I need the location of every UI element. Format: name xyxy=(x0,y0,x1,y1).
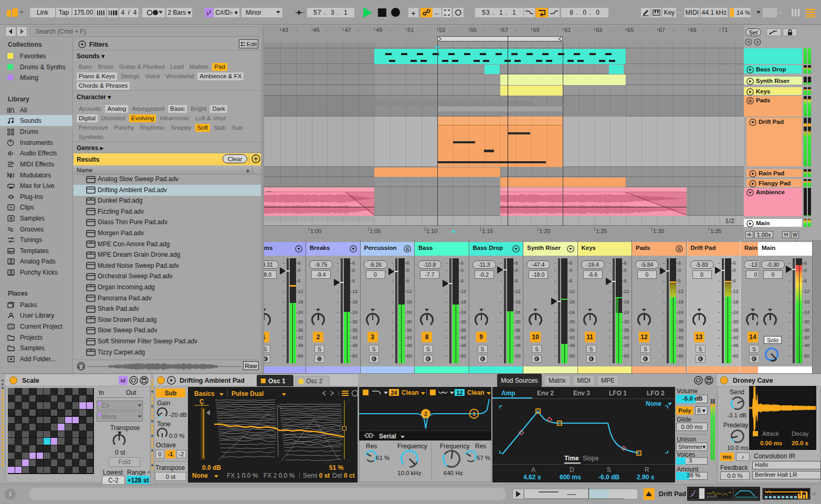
svg-text:20.0 s: 20.0 s xyxy=(792,440,808,446)
svg-text:2: 2 xyxy=(424,411,427,417)
svg-text:1: 1 xyxy=(472,411,476,417)
svg-text:Attack: Attack xyxy=(762,430,779,437)
svg-text:0.00 ms: 0.00 ms xyxy=(760,440,782,446)
svg-text:Decay: Decay xyxy=(792,430,809,437)
